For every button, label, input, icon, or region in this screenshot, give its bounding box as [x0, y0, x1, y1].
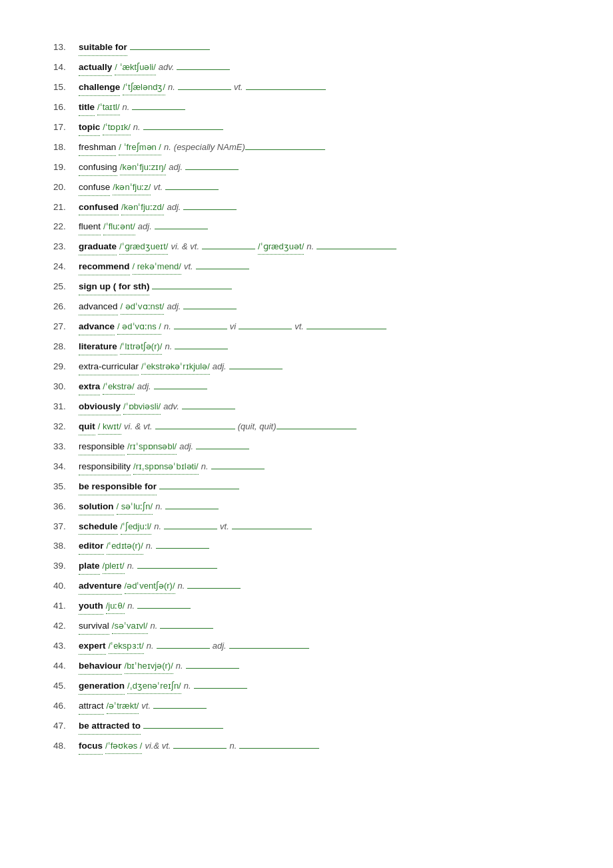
- item-number: 17.: [53, 120, 79, 135]
- part-of-speech: vt.: [184, 259, 193, 274]
- item-number: 32.: [53, 419, 79, 435]
- vocab-word: confusing: [79, 160, 117, 176]
- row-content: confuse/kənˈfjuːz/vt.: [79, 180, 560, 196]
- part-of-speech: adv.: [163, 399, 179, 414]
- phonetic: / ədˈvɑːnst/: [121, 299, 165, 315]
- vocab-word: advance: [79, 319, 115, 335]
- item-number: 38.: [53, 539, 79, 554]
- part-of-speech-vt: vt.: [295, 319, 304, 334]
- list-item: 46.attract/əˈtrækt/vt.: [53, 699, 560, 715]
- row-content: title/ˈtaɪtl/n.: [79, 100, 560, 116]
- phonetic: /əˈtrækt/: [107, 699, 139, 714]
- row-content: generation/ˌdʒenəˈreɪʃn/n.: [79, 679, 560, 695]
- item-number: 30.: [53, 379, 79, 395]
- part-of-speech-2: n.: [229, 739, 237, 753]
- part-of-speech: adj.: [137, 379, 151, 394]
- part-of-speech: n.: [184, 679, 191, 693]
- answer-blank: [159, 480, 239, 489]
- row-content: responsibility/rɪˌspɒnsəˈbɪləti/n.: [79, 459, 560, 475]
- list-item: 39.plate/pleɪt/n.: [53, 559, 560, 575]
- item-number: 27.: [53, 319, 79, 335]
- vocab-word: expert: [79, 639, 106, 655]
- part-of-speech: n.: [154, 519, 161, 534]
- list-item: 20.confuse/kənˈfjuːz/vt.: [53, 180, 560, 196]
- answer-blank: [154, 380, 207, 389]
- vocab-word: survival: [79, 619, 109, 635]
- answer-blank: [165, 181, 219, 190]
- item-number: 20.: [53, 180, 79, 195]
- item-number: 23.: [53, 239, 79, 255]
- vocab-word: plate: [79, 559, 100, 575]
- row-content: actually/ ˈæktʃuəli/adv.: [79, 60, 560, 76]
- vocab-word: responsibility: [79, 459, 131, 475]
- list-item: 41.youth/juːθ/n.: [53, 599, 560, 615]
- list-item: 44.behaviour/bɪˈheɪvjə(r)/n.: [53, 659, 560, 675]
- phonetic: /ˈekstrə/: [103, 379, 134, 395]
- phonetic: /ˈtʃæləndʒ/: [123, 80, 165, 95]
- row-content: fluent/ˈfluːənt/adj.: [79, 219, 560, 235]
- row-content: focus/ˈfəʊkəs /vi.& vt.n.: [79, 739, 560, 755]
- answer-blank: [232, 520, 312, 529]
- vocab-word: solution: [79, 499, 114, 515]
- part-of-speech: vt.: [153, 180, 163, 195]
- list-item: 37.schedule/ˈʃedjuːl/n.vt.: [53, 519, 560, 535]
- row-content: extra-curricular/ˈekstrəkəˈrɪkjulə/adj.: [79, 359, 560, 375]
- list-item: 26.advanced/ ədˈvɑːnst/adj.: [53, 299, 560, 315]
- item-number: 35.: [53, 479, 79, 495]
- phonetic: /ˈtɒpɪk/: [103, 120, 131, 135]
- part-of-speech: vi. & vt.: [171, 239, 199, 254]
- item-number: 19.: [53, 160, 79, 175]
- list-item: 27.advance/ ədˈvɑːns /n.vivt.: [53, 319, 560, 335]
- answer-blank: [143, 121, 223, 130]
- answer-blank: [202, 240, 255, 249]
- item-number: 16.: [53, 100, 79, 115]
- vocab-word: be responsible for: [79, 479, 157, 495]
- row-content: obviously/ˈɒbviəsli/adv.: [79, 399, 560, 415]
- part-of-speech: n.: [178, 579, 185, 593]
- answer-blank: [196, 260, 249, 269]
- list-item: 13.suitable for: [53, 40, 560, 56]
- phonetic: /rɪˈspɒnsəbl/: [127, 439, 177, 455]
- vocab-word: topic: [79, 120, 100, 136]
- answer-blank: [160, 619, 213, 629]
- answer-blank-2: [239, 739, 319, 749]
- item-number: 42.: [53, 619, 79, 634]
- row-content: advanced/ ədˈvɑːnst/adj.: [79, 299, 560, 315]
- row-content: confused/kənˈfjuːzd/adj.: [79, 200, 560, 216]
- part-of-speech: adj.: [169, 160, 183, 175]
- row-content: literature/ˈlɪtrətʃə(r)/n.: [79, 339, 560, 355]
- part-of-speech: n.: [147, 639, 154, 653]
- list-item: 17.topic/ˈtɒpɪk/n.: [53, 120, 560, 136]
- answer-blank: [178, 81, 231, 90]
- item-number: 31.: [53, 399, 79, 415]
- list-item: 48.focus/ˈfəʊkəs /vi.& vt.n.: [53, 739, 560, 755]
- vocab-word: be attracted to: [79, 719, 141, 735]
- part-of-speech: n.: [133, 120, 141, 135]
- list-item: 35.be responsible for: [53, 479, 560, 495]
- answer-blank: [155, 420, 235, 429]
- item-number: 34.: [53, 459, 79, 475]
- list-item: 16.title/ˈtaɪtl/n.: [53, 100, 560, 116]
- answer-blank: [306, 320, 386, 329]
- answer-blank: [173, 739, 227, 749]
- vocab-word: actually: [79, 60, 112, 76]
- phonetic: /ˌdʒenəˈreɪʃn/: [127, 679, 181, 694]
- answer-blank: [155, 220, 208, 229]
- part-of-speech: n.: [165, 339, 172, 354]
- row-content: confusing/kənˈfjuːzɪŋ/adj.: [79, 160, 560, 176]
- item-number: 33.: [53, 439, 79, 455]
- item-number: 24.: [53, 259, 79, 275]
- vocab-word: extra-curricular: [79, 359, 139, 375]
- phonetic: /səˈvaɪvl/: [112, 619, 148, 634]
- list-item: 38.editor/ˈedɪtə(r)/n.: [53, 539, 560, 555]
- list-item: 19.confusing/kənˈfjuːzɪŋ/adj.: [53, 160, 560, 176]
- answer-blank: [245, 141, 325, 150]
- vocab-word: adventure: [79, 579, 122, 595]
- vocab-word: graduate: [79, 239, 117, 255]
- row-content: attract/əˈtrækt/vt.: [79, 699, 560, 715]
- phonetic: /bɪˈheɪvjə(r)/: [125, 659, 173, 674]
- list-item: 40.adventure/ədˈventʃə(r)/n.: [53, 579, 560, 595]
- item-number: 40.: [53, 579, 79, 594]
- phonetic: / ədˈvɑːns /: [117, 319, 161, 335]
- answer-blank: [130, 41, 210, 50]
